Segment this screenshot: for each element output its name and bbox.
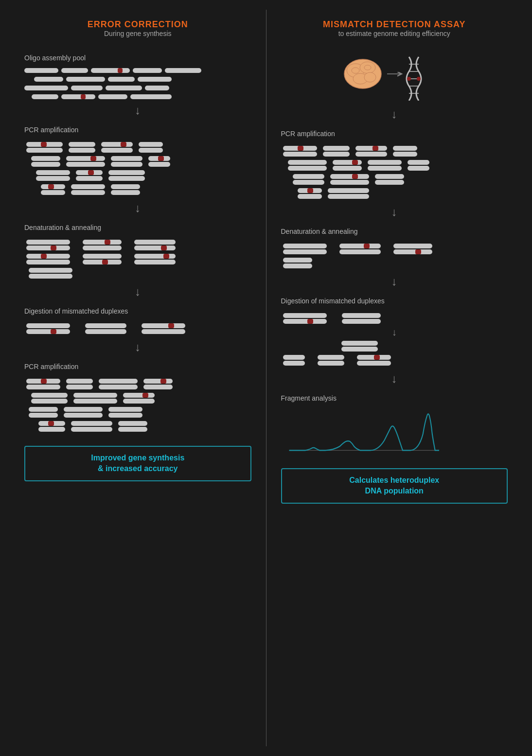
fragment-chart — [281, 410, 508, 458]
left-result-box: Improved gene synthesis& increased accur… — [24, 446, 251, 481]
step-digest-left: Digestion of mismatched duplexes — [24, 307, 128, 315]
step-denat-right: Denaturation & annealing — [281, 228, 358, 235]
step-pcr1-left: PCR amplification — [24, 126, 78, 134]
svg-point-2 — [360, 62, 375, 73]
left-title: ERROR CORRECTION — [24, 19, 251, 30]
arrow-1-right: ↓ — [281, 108, 508, 120]
right-result-box: Calculates heteroduplexDNA population — [281, 468, 508, 504]
arrow-1-left: ↓ — [24, 105, 251, 116]
right-title: MISMATCH DETECTION ASSAY — [281, 19, 508, 30]
pcr1-right-illustration — [281, 143, 508, 201]
step-oligo-pool: Oligo assembly pool — [24, 54, 86, 62]
left-result-text: Improved gene synthesis& increased accur… — [35, 453, 241, 475]
arrow-4-left: ↓ — [24, 341, 251, 353]
main-container: ERROR CORRECTION During gene synthesis O… — [0, 0, 532, 756]
digest-right-illustration: ↓ — [281, 311, 508, 368]
left-panel: ERROR CORRECTION During gene synthesis O… — [10, 10, 266, 746]
step-denat-left: Denaturation & annealing — [24, 224, 101, 231]
right-result-text: Calculates heteroduplexDNA population — [292, 475, 497, 497]
arrow-2-right: ↓ — [281, 206, 508, 218]
denat-left-illustration — [24, 237, 251, 281]
arrow-2-left: ↓ — [24, 202, 251, 214]
step-pcr1-right: PCR amplification — [281, 130, 335, 138]
left-subtitle: During gene synthesis — [24, 30, 251, 37]
right-subtitle: to estimate genome editing efficiency — [281, 30, 508, 37]
cells-illustration — [281, 47, 508, 101]
denat-right-illustration — [281, 241, 508, 271]
arrow-3-right: ↓ — [281, 276, 508, 287]
digest-left-illustration — [24, 321, 251, 336]
oligo-pool-illustration — [24, 66, 251, 102]
inner-arrow-right: ↓ — [281, 327, 508, 338]
right-panel: MISMATCH DETECTION ASSAY to estimate gen… — [266, 10, 523, 746]
pcr1-left-illustration — [24, 140, 251, 197]
arrow-3-left: ↓ — [24, 286, 251, 298]
svg-point-4 — [364, 72, 376, 82]
step-digest-right: Digestion of mismatched duplexes — [281, 297, 385, 305]
svg-point-13 — [407, 77, 411, 81]
arrow-4-right: ↓ — [281, 373, 508, 385]
svg-point-14 — [417, 77, 421, 81]
step-pcr2-left: PCR amplification — [24, 363, 78, 370]
pcr2-left-illustration — [24, 376, 251, 434]
step-fragment-right: Fragment analysis — [281, 394, 337, 402]
